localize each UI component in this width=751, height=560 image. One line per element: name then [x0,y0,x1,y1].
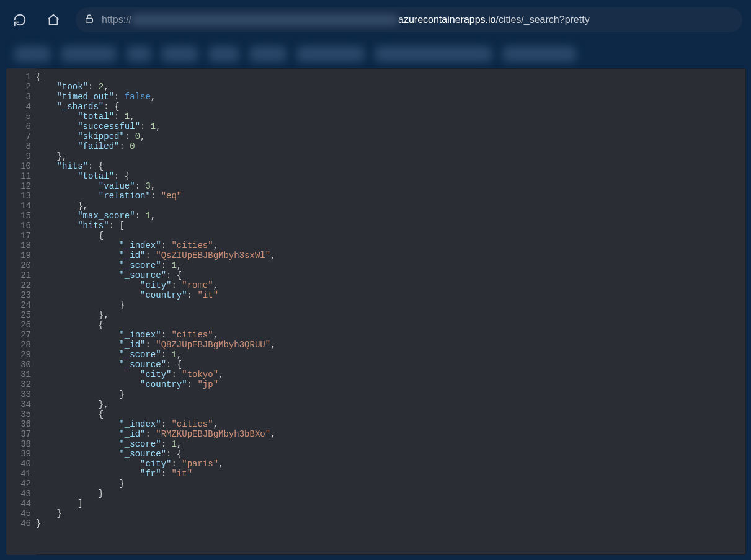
code-line: "_shards": { [36,102,276,112]
favorites-bar [0,40,751,68]
code-line: { [36,72,276,82]
favorite-item-blurred[interactable] [161,46,198,62]
line-number: 22 [6,280,31,290]
code-line: } [36,389,276,399]
line-number: 19 [6,251,31,260]
favorite-item-blurred[interactable] [127,46,151,62]
code-line: }, [36,201,276,211]
code-line: } [36,479,276,489]
line-number: 37 [6,429,31,439]
line-number: 38 [6,439,31,449]
code-line: "city": "paris", [36,459,276,469]
favorite-item-blurred[interactable] [375,46,492,62]
home-icon[interactable] [42,9,64,31]
code-line: "_index": "cities", [36,330,276,340]
code-line: "_score": 1, [36,350,276,360]
line-number: 14 [6,201,31,211]
favorite-item-blurred[interactable] [296,46,365,62]
code-line: "_id": "RMZKUpEBJBgMbyh3bBXo", [36,429,276,439]
code-line: "failed": 0 [36,141,276,151]
code-line: }, [36,310,276,320]
code-line: { [36,409,276,419]
line-number: 36 [6,419,31,429]
code-line: "_source": { [36,270,276,280]
line-number: 16 [6,221,31,231]
code-line: "timed_out": false, [36,92,276,102]
line-number: 20 [6,260,31,270]
code-line: "city": "tokyo", [36,370,276,380]
line-number: 45 [6,509,31,518]
line-number: 6 [6,122,31,131]
line-number: 1 [6,72,31,82]
line-number: 11 [6,171,31,181]
favorite-item-blurred[interactable] [249,46,287,62]
favorite-item-blurred[interactable] [61,46,117,62]
code-line: } [36,300,276,310]
code-line: "total": { [36,171,276,181]
code-line: "_id": "Q8ZJUpEBJBgMbyh3QRUU", [36,340,276,350]
line-number: 10 [6,161,31,171]
json-content: { "took": 2, "timed_out": false, "_shard… [36,68,276,555]
browser-toolbar: https://azurecontainerapps.io/cities/_se… [0,0,751,40]
blurred-host-segment [131,14,398,25]
line-number: 9 [6,151,31,161]
line-number: 42 [6,479,31,489]
address-bar[interactable]: https://azurecontainerapps.io/cities/_se… [76,7,742,32]
line-number: 46 [6,518,31,528]
line-number: 35 [6,409,31,419]
line-number: 28 [6,340,31,350]
code-line: "relation": "eq" [36,191,276,201]
code-line: "fr": "it" [36,469,276,479]
line-number: 33 [6,389,31,399]
code-line: { [36,231,276,241]
line-number: 4 [6,102,31,112]
line-number: 5 [6,112,31,122]
code-line: "_score": 1, [36,260,276,270]
code-line: }, [36,399,276,409]
code-line: "_index": "cities", [36,241,276,251]
lock-icon [84,14,94,26]
favorite-item-blurred[interactable] [208,46,239,62]
svg-rect-0 [86,18,93,22]
code-line: ] [36,499,276,509]
line-number: 15 [6,211,31,221]
code-line: "country": "it" [36,290,276,300]
code-line: } [36,489,276,499]
line-number: 24 [6,300,31,310]
reload-icon[interactable] [9,9,31,31]
code-line: "hits": [ [36,221,276,231]
line-gutter: 1234567891011121314151617181920212223242… [6,68,36,555]
line-number: 17 [6,231,31,241]
line-number: 40 [6,459,31,469]
code-line: "successful": 1, [36,122,276,131]
line-number: 8 [6,141,31,151]
json-viewer: 1234567891011121314151617181920212223242… [6,68,746,555]
address-bar-text: https://azurecontainerapps.io/cities/_se… [102,14,590,26]
code-line: "city": "rome", [36,280,276,290]
code-line: "value": 3, [36,181,276,191]
line-number: 43 [6,489,31,499]
favorite-item-blurred[interactable] [14,46,51,62]
line-number: 34 [6,399,31,409]
favorite-item-blurred[interactable] [502,46,577,62]
code-line: "country": "jp" [36,380,276,389]
code-line: "_source": { [36,449,276,459]
code-line: "max_score": 1, [36,211,276,221]
code-line: "skipped": 0, [36,131,276,141]
line-number: 2 [6,82,31,92]
line-number: 30 [6,360,31,370]
code-line: "_source": { [36,360,276,370]
code-line: { [36,320,276,330]
line-number: 3 [6,92,31,102]
code-line: "took": 2, [36,82,276,92]
code-line: }, [36,151,276,161]
line-number: 32 [6,380,31,389]
line-number: 12 [6,181,31,191]
line-number: 26 [6,320,31,330]
code-line: } [36,509,276,518]
line-number: 7 [6,131,31,141]
code-line: "_score": 1, [36,439,276,449]
line-number: 18 [6,241,31,251]
line-number: 21 [6,270,31,280]
line-number: 39 [6,449,31,459]
